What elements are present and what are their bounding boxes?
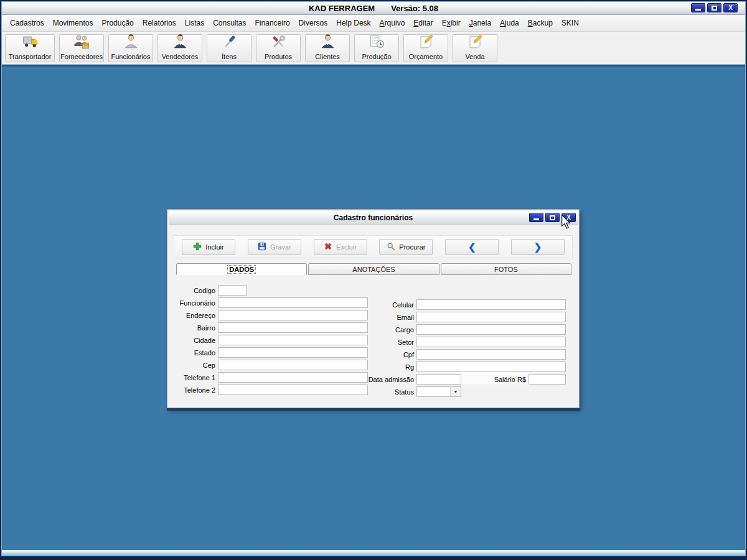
incluir-button[interactable]: Incluir bbox=[182, 239, 235, 255]
toolbar-button-vendedores[interactable]: Vendedores bbox=[157, 34, 202, 62]
status-combobox[interactable]: ▼ bbox=[416, 386, 461, 397]
menu-item-help-desk[interactable]: Help Desk bbox=[332, 17, 375, 29]
telefone1-label: Telefone 1 bbox=[169, 373, 215, 383]
app-version: Versão: 5.08 bbox=[391, 4, 438, 13]
menu-item-cadastros[interactable]: Cadastros bbox=[6, 17, 49, 29]
menu-item-listas[interactable]: Listas bbox=[181, 17, 209, 29]
procurar-button[interactable]: Procurar bbox=[379, 239, 433, 255]
bairro-label: Bairro bbox=[169, 323, 215, 334]
toolbar-label: Clientes bbox=[315, 53, 340, 61]
telefone1-input[interactable] bbox=[218, 372, 368, 383]
procurar-label: Procurar bbox=[399, 243, 425, 251]
truck-icon bbox=[22, 34, 39, 53]
menu-item-janela[interactable]: Janela bbox=[465, 17, 496, 29]
maximize-icon bbox=[550, 215, 555, 220]
client-icon bbox=[319, 34, 336, 53]
note-pencil-icon bbox=[467, 34, 484, 53]
menu-item-editar[interactable]: Editar bbox=[409, 17, 437, 29]
next-record-button[interactable]: ❯ bbox=[511, 239, 565, 255]
setor-label: Setor bbox=[352, 337, 414, 348]
menu-bar: CadastrosMovimentosProduçãoRelatóriosLis… bbox=[2, 15, 745, 32]
dialog-minimize-button[interactable] bbox=[529, 213, 543, 222]
rg-input[interactable] bbox=[416, 362, 566, 372]
cidade-label: Cidade bbox=[169, 335, 215, 346]
telefone2-input[interactable] bbox=[218, 385, 368, 395]
cep-label: Cep bbox=[169, 360, 215, 371]
menu-item-arquivo[interactable]: Arquivo bbox=[375, 17, 410, 29]
toolbar-label: Orçamento bbox=[409, 53, 443, 61]
gravar-button[interactable]: Gravar bbox=[248, 239, 301, 255]
tab-dados[interactable]: DADOS bbox=[176, 263, 307, 275]
celular-input[interactable] bbox=[416, 299, 566, 310]
magnifier-icon bbox=[387, 242, 395, 252]
cadastro-funcionarios-window: Cadastro funcionários X bbox=[167, 209, 580, 408]
estado-label: Estado bbox=[169, 348, 215, 358]
toolbar-button-venda[interactable]: Venda bbox=[453, 34, 497, 62]
minimize-icon bbox=[695, 9, 701, 11]
dialog-body: Incluir Gravar bbox=[169, 225, 578, 407]
toolbar-button-transportador[interactable]: Transportador bbox=[5, 34, 55, 62]
email-input[interactable] bbox=[416, 312, 566, 322]
status-label: Status bbox=[352, 387, 414, 398]
toolbar-button-produtos[interactable]: Produtos bbox=[256, 34, 301, 62]
toolbar-button-clientes[interactable]: Clientes bbox=[305, 34, 350, 62]
app-window-frame: KAD FERRAGEM Versão: 5.08 X CadastrosMov… bbox=[1, 1, 746, 556]
menu-item-skin[interactable]: SKIN bbox=[557, 17, 583, 29]
codigo-label: Codigo bbox=[169, 286, 215, 296]
main-toolbar: Transportador Fornecedores bbox=[2, 32, 745, 64]
close-button[interactable]: X bbox=[723, 3, 738, 12]
menu-item-diversos[interactable]: Diversos bbox=[294, 17, 332, 29]
setor-input[interactable] bbox=[416, 337, 566, 347]
toolbar-label: Produção bbox=[362, 53, 391, 61]
minimize-button[interactable] bbox=[691, 3, 705, 12]
cpf-input[interactable] bbox=[416, 349, 566, 360]
endereco-input[interactable] bbox=[218, 310, 368, 320]
plus-icon bbox=[193, 242, 202, 252]
previous-record-button[interactable]: ❮ bbox=[445, 239, 499, 255]
status-bar bbox=[2, 550, 745, 556]
toolbar-button-fornecedores[interactable]: Fornecedores bbox=[59, 34, 104, 62]
dialog-title-bar[interactable]: Cadastro funcionários X bbox=[169, 211, 578, 225]
tab-fotos[interactable]: FOTOS bbox=[441, 263, 571, 275]
salario-input[interactable] bbox=[529, 374, 566, 385]
codigo-input[interactable] bbox=[218, 285, 247, 296]
menu-item-consultas[interactable]: Consultas bbox=[209, 17, 250, 29]
toolbar-button-orcamento[interactable]: Orçamento bbox=[403, 34, 448, 62]
toolbar-button-funcionarios[interactable]: Funcionários bbox=[108, 34, 153, 62]
menu-item-relatórios[interactable]: Relatórios bbox=[138, 17, 181, 29]
screwdriver-icon bbox=[221, 34, 238, 53]
tab-anotacoes[interactable]: ANOTAÇÕES bbox=[308, 263, 439, 275]
tab-label: ANOTAÇÕES bbox=[352, 266, 395, 273]
toolbar-label: Venda bbox=[465, 53, 484, 61]
menu-item-produção[interactable]: Produção bbox=[97, 17, 138, 29]
tools-icon bbox=[270, 34, 287, 53]
cpf-label: Cpf bbox=[352, 350, 414, 360]
menu-item-ajuda[interactable]: Ajuda bbox=[496, 17, 524, 29]
data-admissao-input[interactable] bbox=[416, 374, 461, 385]
menu-item-movimentos[interactable]: Movimentos bbox=[49, 17, 98, 29]
toolbar-button-producao[interactable]: Produção bbox=[354, 34, 399, 62]
menu-item-exibir[interactable]: Exibir bbox=[438, 17, 465, 29]
title-bar[interactable]: KAD FERRAGEM Versão: 5.08 X bbox=[2, 2, 745, 15]
toolbar-button-itens[interactable]: Ítens bbox=[207, 34, 251, 62]
floppy-disk-icon bbox=[258, 242, 266, 252]
chevron-left-icon: ❮ bbox=[468, 242, 476, 251]
celular-label: Celular bbox=[352, 300, 414, 310]
chevron-down-icon[interactable]: ▼ bbox=[450, 387, 461, 396]
status-value bbox=[417, 387, 450, 396]
telefone2-label: Telefone 2 bbox=[169, 385, 215, 396]
menu-item-financeiro[interactable]: Financeiro bbox=[251, 17, 294, 29]
menu-item-backup[interactable]: Backup bbox=[524, 17, 557, 29]
window-controls: X bbox=[691, 3, 738, 12]
cargo-input[interactable] bbox=[416, 324, 566, 335]
maximize-button[interactable] bbox=[707, 3, 721, 12]
tab-label: DADOS bbox=[228, 266, 255, 273]
excluir-button[interactable]: Excluir bbox=[314, 239, 367, 255]
mouse-cursor bbox=[561, 215, 571, 232]
dialog-maximize-button[interactable] bbox=[545, 213, 560, 222]
bairro-input[interactable] bbox=[218, 322, 368, 333]
estado-input[interactable] bbox=[218, 347, 368, 358]
cidade-input[interactable] bbox=[218, 335, 368, 345]
cep-input[interactable] bbox=[218, 360, 368, 370]
funcionario-input[interactable] bbox=[218, 297, 368, 308]
